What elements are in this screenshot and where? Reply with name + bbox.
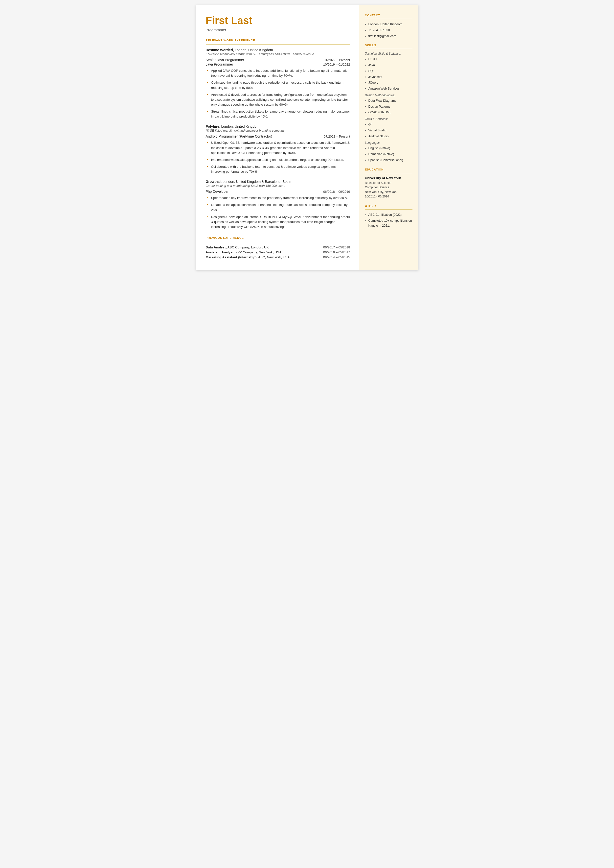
skills-subcategory-0: Technical Skills & Software: xyxy=(365,52,412,56)
bullet-list-0: Applied JAVA OOP concepts to introduce a… xyxy=(206,68,350,119)
company-name-1: Polyhire, London, United Kingdom xyxy=(206,124,350,129)
job-title-0-1: Java Programmer xyxy=(206,62,233,66)
section-previous-work-title: PREVIOUS EXPERIENCE xyxy=(206,236,350,239)
skill-item-0-0: C/C++ xyxy=(365,57,412,62)
skill-item-0-4: JQuery xyxy=(365,81,412,85)
company-block-2: Growthsi, London, United Kingdom & Barce… xyxy=(206,180,350,229)
skills-title: SKILLS xyxy=(365,44,412,47)
skills-subcategory-1: Design Methodologies: xyxy=(365,93,412,97)
company-block-1: Polyhire, London, United KingdomNYSE-lis… xyxy=(206,124,350,174)
education-divider xyxy=(365,173,412,173)
skill-item-2-0: Git xyxy=(365,122,412,127)
job-date-0-0: 01/2022 – Present xyxy=(324,58,350,62)
previous-experience-container: Data Analyst, ABC Company, London, UK06/… xyxy=(206,245,350,259)
section-relevant-work-title: RELEVANT WORK EXPERIENCE xyxy=(206,39,350,42)
bullet-item-1-0: Utilized OpenGL ES, hardware acceleratio… xyxy=(206,140,350,155)
other-item-1: Completed 10+ competitions on Kaggle in … xyxy=(365,219,412,228)
skills-divider xyxy=(365,49,412,49)
company-desc-2: Career training and membership SaaS with… xyxy=(206,184,350,188)
bullet-item-0-1: Optimized the landing page through the r… xyxy=(206,80,350,90)
job-title-0-0: Senior Java Programmer xyxy=(206,58,244,62)
edu-dates: 10/2011 - 06/2014 xyxy=(365,194,412,199)
other-container: ABC Certification (2022)Completed 10+ co… xyxy=(365,213,412,228)
contact-item-2: first.last@gmail.com xyxy=(365,34,412,39)
skills-section: SKILLS Technical Skills & Software:C/C++… xyxy=(365,44,412,162)
skills-list-1: Data Flow DiagramsDesign PatternsOOAD wi… xyxy=(365,98,412,115)
contact-section: CONTACT London, United Kingdom+1 234 567… xyxy=(365,14,412,38)
bullet-item-2-1: Created a tax application which enhanced… xyxy=(206,202,350,212)
company-desc-0: Education technology startup with 50+ em… xyxy=(206,53,350,56)
job-row-2-0: Php Developer06/2018 – 09/2019 xyxy=(206,189,350,194)
skill-item-0-5: Amazon Web Services xyxy=(365,86,412,91)
applicant-title: Programmer xyxy=(206,28,350,32)
job-title-1-0: Android Programmer (Part-time Contractor… xyxy=(206,134,272,138)
prev-exp-date-2: 09/2014 – 05/2015 xyxy=(323,255,350,259)
job-row-0-0: Senior Java Programmer01/2022 – Present xyxy=(206,58,350,62)
company-block-0: Resume Worded, London, United KingdomEdu… xyxy=(206,48,350,119)
skills-list-0: C/C++JavaSQLJavascriptJQueryAmazon Web S… xyxy=(365,57,412,91)
other-item-0: ABC Certification (2022) xyxy=(365,213,412,217)
skills-list-2: GitVisual StudioAndroid Studio xyxy=(365,122,412,138)
company-name-0: Resume Worded, London, United Kingdom xyxy=(206,48,350,52)
job-title-2-0: Php Developer xyxy=(206,189,229,194)
companies-container: Resume Worded, London, United KingdomEdu… xyxy=(206,48,350,229)
education-section: EDUCATION University of New York Bachelo… xyxy=(365,168,412,199)
skill-item-1-1: Design Patterns xyxy=(365,104,412,109)
bullet-list-1: Utilized OpenGL ES, hardware acceleratio… xyxy=(206,140,350,174)
prev-exp-row-1: Assistant Analyst, XYZ Company, New York… xyxy=(206,250,350,254)
edu-field: Computer Science xyxy=(365,185,412,190)
applicant-name: First Last xyxy=(206,15,350,26)
prev-exp-label-0: Data Analyst, ABC Company, London, UK xyxy=(206,245,269,249)
bullet-item-0-0: Applied JAVA OOP concepts to introduce a… xyxy=(206,68,350,78)
contact-item-0: London, United Kingdom xyxy=(365,22,412,27)
edu-school: University of New York xyxy=(365,176,412,180)
bullet-item-2-0: Spearheaded key improvements in the prop… xyxy=(206,196,350,200)
skills-subcategory-3: Languages: xyxy=(365,141,412,144)
job-row-0-1: Java Programmer10/2019 – 01/2022 xyxy=(206,62,350,66)
bullet-item-1-2: Collaborated with the backend team to co… xyxy=(206,164,350,174)
skill-item-0-2: SQL xyxy=(365,69,412,73)
skill-item-0-3: Javascript xyxy=(365,75,412,79)
skills-subcategory-2: Tools & Services: xyxy=(365,117,412,121)
prev-exp-date-0: 06/2017 – 05/2018 xyxy=(323,245,350,249)
education-title: EDUCATION xyxy=(365,168,412,171)
other-title: OTHER xyxy=(365,204,412,207)
job-date-2-0: 06/2018 – 09/2019 xyxy=(323,190,350,194)
bullet-item-1-1: Implemented widescale application testin… xyxy=(206,157,350,162)
prev-exp-row-0: Data Analyst, ABC Company, London, UK06/… xyxy=(206,245,350,249)
job-row-1-0: Android Programmer (Part-time Contractor… xyxy=(206,134,350,138)
skills-list-3: English (Native)Romanian (Native)Spanish… xyxy=(365,146,412,162)
contact-item-1: +1 234 567 890 xyxy=(365,28,412,33)
other-section: OTHER ABC Certification (2022)Completed … xyxy=(365,204,412,228)
skill-item-3-1: Romanian (Native) xyxy=(365,152,412,157)
prev-exp-label-1: Assistant Analyst, XYZ Company, New York… xyxy=(206,250,282,254)
prev-exp-row-2: Marketing Assistant (Internship), ABC, N… xyxy=(206,255,350,259)
bullet-item-0-3: Streamlined critical production tickets … xyxy=(206,109,350,119)
bullet-list-2: Spearheaded key improvements in the prop… xyxy=(206,196,350,229)
edu-degree: Bachelor of Science xyxy=(365,181,412,185)
job-date-0-1: 10/2019 – 01/2022 xyxy=(323,63,350,66)
skills-container: Technical Skills & Software:C/C++JavaSQL… xyxy=(365,52,412,162)
skill-item-2-2: Android Studio xyxy=(365,134,412,139)
bullet-item-2-2: Designed & developed an internal CRM in … xyxy=(206,214,350,229)
skill-item-0-1: Java xyxy=(365,63,412,68)
bullet-item-0-2: Architected & developed a process for tr… xyxy=(206,92,350,107)
prev-exp-date-1: 06/2016 – 05/2017 xyxy=(323,250,350,254)
left-column: First Last Programmer RELEVANT WORK EXPE… xyxy=(196,5,359,270)
company-desc-1: NYSE-listed recruitment and employer bra… xyxy=(206,129,350,132)
company-name-2: Growthsi, London, United Kingdom & Barce… xyxy=(206,180,350,183)
edu-location: New York City, New York xyxy=(365,190,412,194)
job-date-1-0: 07/2021 – Present xyxy=(324,135,350,138)
prev-exp-label-2: Marketing Assistant (Internship), ABC, N… xyxy=(206,255,290,259)
right-column: CONTACT London, United Kingdom+1 234 567… xyxy=(359,5,419,270)
skill-item-3-0: English (Native) xyxy=(365,146,412,151)
skill-item-1-2: OOAD with UML xyxy=(365,110,412,115)
divider-previous-work xyxy=(206,242,350,242)
divider-relevant-work xyxy=(206,44,350,45)
skill-item-3-2: Spanish (Conversational) xyxy=(365,158,412,163)
resume-container: First Last Programmer RELEVANT WORK EXPE… xyxy=(196,5,419,270)
other-divider xyxy=(365,209,412,210)
skill-item-1-0: Data Flow Diagrams xyxy=(365,98,412,103)
skill-item-2-1: Visual Studio xyxy=(365,128,412,133)
contact-list: London, United Kingdom+1 234 567 890firs… xyxy=(365,22,412,38)
